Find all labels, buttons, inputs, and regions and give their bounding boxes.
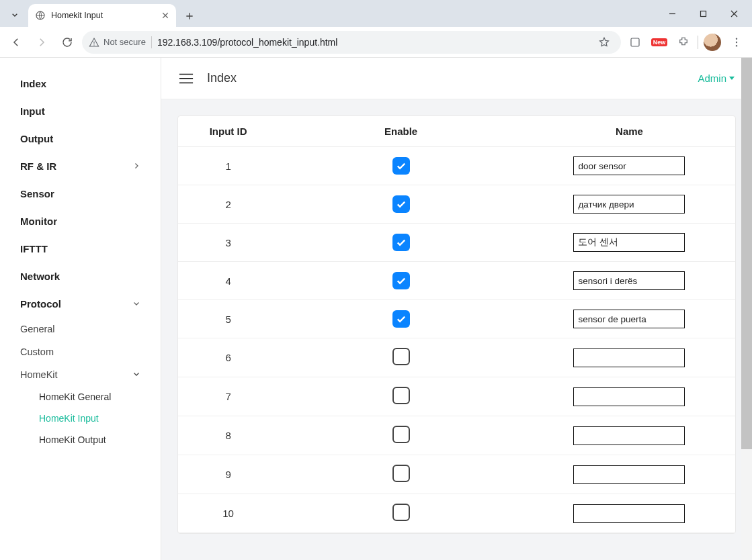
enable-checkbox[interactable]	[392, 465, 410, 482]
content-area: Index Admin Input ID Enable Name 1234567…	[161, 58, 752, 560]
extension-icon-1[interactable]	[625, 32, 645, 52]
sidebar-item-network[interactable]: Network	[0, 263, 161, 290]
cell-name	[524, 455, 735, 494]
scrollbar-thumb[interactable]	[741, 58, 752, 449]
sidebar-deep-homekit-input[interactable]: HomeKit Input	[0, 408, 161, 429]
enable-checkbox[interactable]	[392, 310, 410, 328]
url-text: 192.168.3.109/protocol_homekit_input.htm…	[157, 37, 589, 48]
breadcrumb[interactable]: Index	[207, 71, 237, 85]
enable-checkbox[interactable]	[392, 272, 410, 289]
cell-enable	[278, 300, 524, 338]
name-input[interactable]	[573, 156, 685, 175]
enable-checkbox[interactable]	[392, 426, 410, 443]
sidebar-item-label: IFTTT	[20, 243, 48, 254]
omnibox[interactable]: Not secure 192.168.3.109/protocol_homeki…	[82, 31, 621, 54]
col-header-name: Name	[524, 116, 735, 147]
app-page: IndexInputOutputRF & IRSensorMonitorIFTT…	[0, 58, 752, 560]
forward-button[interactable]	[31, 32, 52, 53]
table-row: 2	[178, 185, 735, 224]
table-row: 10	[178, 494, 735, 533]
table-row: 1	[178, 147, 735, 185]
user-menu[interactable]: Admin	[698, 73, 735, 84]
sidebar-item-label: Sensor	[20, 188, 54, 199]
cell-name	[524, 377, 735, 416]
scrollbar[interactable]	[741, 58, 752, 560]
svg-point-2	[93, 44, 94, 45]
chevron-down-icon	[132, 298, 140, 310]
reload-button[interactable]	[56, 32, 78, 53]
name-input[interactable]	[573, 504, 685, 523]
sidebar-item-label: Protocol	[20, 298, 61, 310]
cell-name	[524, 185, 735, 224]
cell-enable	[278, 416, 524, 455]
enable-checkbox[interactable]	[392, 234, 410, 251]
sidebar: IndexInputOutputRF & IRSensorMonitorIFTT…	[0, 58, 161, 560]
maximize-button[interactable]	[687, 2, 718, 25]
sidebar-item-ifttt[interactable]: IFTTT	[0, 235, 161, 263]
cell-name	[524, 300, 735, 338]
minimize-button[interactable]	[657, 2, 687, 25]
kebab-menu-icon[interactable]	[726, 32, 747, 52]
back-button[interactable]	[5, 32, 27, 53]
topbar: Index Admin	[161, 58, 752, 99]
profile-avatar[interactable]	[702, 32, 722, 52]
browser-tab-active[interactable]: Homekit Input	[28, 4, 176, 27]
sidebar-item-monitor[interactable]: Monitor	[0, 207, 161, 235]
sidebar-sub-custom[interactable]: Custom	[0, 340, 161, 363]
sidebar-item-label: Monitor	[20, 216, 57, 227]
security-indicator[interactable]: Not secure	[89, 37, 146, 48]
bookmark-star-icon[interactable]	[594, 32, 614, 52]
name-input[interactable]	[573, 233, 685, 252]
browser-chrome: Homekit Input Not secure	[0, 0, 752, 58]
svg-rect-1	[700, 11, 706, 16]
name-input[interactable]	[573, 310, 685, 328]
sidebar-sub-general[interactable]: General	[0, 318, 161, 340]
sidebar-item-rf-ir[interactable]: RF & IR	[0, 152, 161, 180]
hamburger-icon[interactable]	[179, 73, 194, 85]
sidebar-item-label: Network	[20, 271, 60, 282]
cell-name	[524, 262, 735, 300]
cell-enable	[278, 494, 524, 533]
cell-name	[524, 224, 735, 262]
sidebar-item-sensor[interactable]: Sensor	[0, 180, 161, 207]
main-scroll[interactable]: Input ID Enable Name 12345678910	[161, 99, 752, 560]
chevron-down-icon	[132, 369, 140, 380]
tab-search-dropdown[interactable]	[5, 5, 24, 24]
cell-input-id: 8	[178, 416, 278, 455]
caret-down-icon	[729, 77, 735, 80]
name-input[interactable]	[573, 271, 685, 290]
cell-enable	[278, 262, 524, 300]
sidebar-sub-homekit[interactable]: HomeKit	[0, 363, 161, 386]
cell-input-id: 7	[178, 377, 278, 416]
table-row: 7	[178, 377, 735, 416]
extension-icon-2[interactable]: New	[649, 32, 669, 52]
security-label: Not secure	[103, 37, 146, 47]
name-input[interactable]	[573, 387, 685, 406]
name-input[interactable]	[573, 426, 685, 445]
cell-input-id: 10	[178, 494, 278, 533]
enable-checkbox[interactable]	[392, 387, 410, 404]
cell-enable	[278, 147, 524, 185]
sidebar-item-input[interactable]: Input	[0, 97, 161, 125]
enable-checkbox[interactable]	[392, 157, 410, 175]
name-input[interactable]	[573, 465, 685, 484]
extensions-puzzle-icon[interactable]	[673, 32, 694, 52]
name-input[interactable]	[573, 195, 685, 214]
sidebar-deep-homekit-output[interactable]: HomeKit Output	[0, 429, 161, 451]
enable-checkbox[interactable]	[392, 348, 410, 365]
cell-input-id: 9	[178, 455, 278, 494]
table-row: 4	[178, 262, 735, 300]
sidebar-item-output[interactable]: Output	[0, 125, 161, 152]
close-window-button[interactable]	[718, 2, 749, 25]
enable-checkbox[interactable]	[392, 195, 410, 213]
enable-checkbox[interactable]	[392, 504, 410, 521]
new-tab-button[interactable]	[180, 7, 199, 26]
window-controls	[657, 0, 752, 27]
sidebar-item-protocol[interactable]: Protocol	[0, 290, 161, 318]
sidebar-sub-label: Custom	[20, 346, 54, 357]
sidebar-item-index[interactable]: Index	[0, 70, 161, 97]
sidebar-item-label: Index	[20, 78, 46, 89]
name-input[interactable]	[573, 348, 685, 367]
sidebar-deep-homekit-general[interactable]: HomeKit General	[0, 386, 161, 408]
close-icon[interactable]	[161, 11, 169, 19]
